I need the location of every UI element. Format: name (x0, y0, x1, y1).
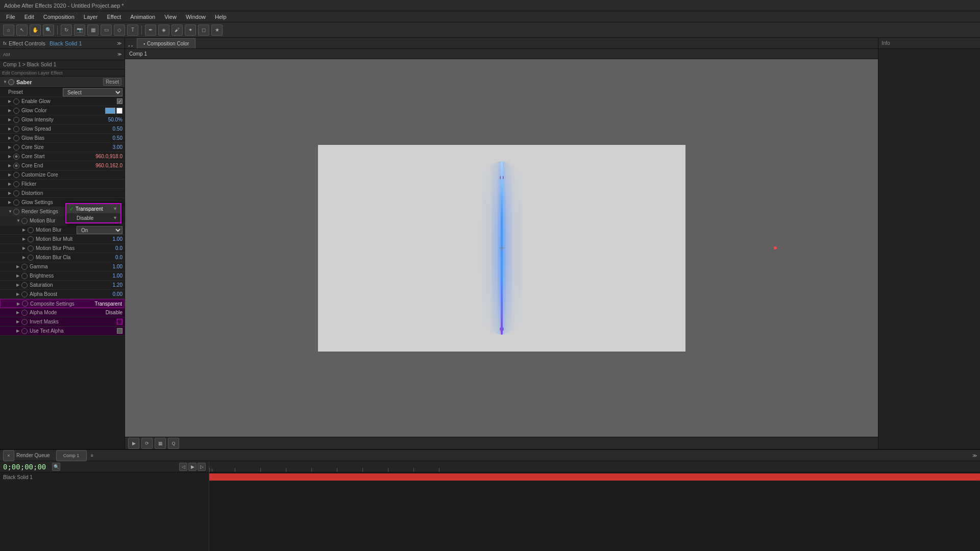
glow-intensity-row[interactable]: ▶ Glow Intensity 50.0% (0, 115, 125, 124)
composite-settings-row[interactable]: ▶ Composite Settings Transparent (0, 299, 125, 308)
gamma-value[interactable]: 1.00 (113, 264, 122, 269)
menu-help[interactable]: Help (211, 13, 231, 21)
timeline-comp-tab[interactable]: Comp 1 (56, 450, 87, 461)
dropdown-option-transparent[interactable]: ✓ Transparent ▼ (66, 204, 120, 213)
motion-blur-mult-row[interactable]: ▶ Motion Blur Mult 1.00 (0, 235, 125, 244)
core-start-value[interactable]: 960.0,918.0 (95, 154, 122, 159)
canvas-btn-1[interactable]: ▶ (128, 438, 139, 449)
toolbar-hand[interactable]: ✋ (30, 24, 41, 36)
triangle-saturation[interactable]: ▶ (16, 283, 20, 287)
core-size-value[interactable]: 3.00 (113, 144, 122, 150)
menu-layer[interactable]: Layer (80, 13, 102, 21)
triangle-alpha-mode[interactable]: ▶ (16, 310, 20, 315)
triangle-render-settings[interactable]: ▼ (8, 209, 12, 214)
triangle-core-start[interactable]: ▶ (8, 154, 12, 159)
timecode-search[interactable]: 🔍 (52, 463, 60, 471)
menu-edit[interactable]: Edit (20, 13, 38, 21)
toolbar-layer[interactable]: ▦ (87, 24, 99, 36)
triangle-distortion[interactable]: ▶ (8, 191, 12, 195)
triangle-glow-spread[interactable]: ▶ (8, 127, 12, 131)
layer-ctrl-2[interactable]: ▶ (188, 463, 197, 471)
alpha-boost-value[interactable]: 0.00 (113, 291, 122, 297)
customize-core-row[interactable]: ▶ Customize Core (0, 170, 125, 180)
reset-button[interactable]: Reset (103, 78, 121, 86)
triangle-motion-blur-clamp[interactable]: ▶ (22, 255, 27, 260)
layer-ctrl-3[interactable]: ▷ (198, 463, 206, 471)
triangle-core-end[interactable]: ▶ (8, 163, 12, 168)
triangle-brightness[interactable]: ▶ (16, 273, 20, 278)
saturation-row[interactable]: ▶ Saturation 1.20 (0, 281, 125, 290)
timeline-close[interactable]: × (3, 450, 14, 461)
alpha-boost-row[interactable]: ▶ Alpha Boost 0.00 (0, 290, 125, 299)
toolbar-shape[interactable]: ◇ (114, 24, 125, 36)
saturation-value[interactable]: 1.20 (113, 282, 122, 288)
triangle-composite-settings[interactable]: ▶ (17, 302, 21, 306)
triangle-motion-blur-phase[interactable]: ▶ (22, 246, 27, 251)
core-end-value[interactable]: 960.0,162.0 (95, 163, 122, 168)
motion-blur-phase-row[interactable]: ▶ Motion Blur Phas 0.0 (0, 244, 125, 253)
use-text-alpha-checkbox[interactable] (117, 328, 122, 334)
toolbar-rotate[interactable]: ↻ (61, 24, 72, 36)
toolbar-eraser[interactable]: ◻ (198, 24, 209, 36)
menu-file[interactable]: File (2, 13, 19, 21)
motion-blur-clamp-row[interactable]: ▶ Motion Blur Cla 0.0 (0, 253, 125, 262)
brightness-row[interactable]: ▶ Brightness 1.00 (0, 271, 125, 281)
dropdown-option-disable[interactable]: Disable ▼ (66, 213, 120, 222)
gamma-row[interactable]: ▶ Gamma 1.00 (0, 262, 125, 271)
triangle-alpha-boost[interactable]: ▶ (16, 292, 20, 296)
toolbar-fill[interactable]: ◈ (158, 24, 169, 36)
triangle-motion-blur[interactable]: ▶ (22, 228, 27, 232)
motion-blur-clamp-value[interactable]: 0.0 (115, 255, 122, 260)
enable-glow-row[interactable]: ▶ Enable Glow (0, 97, 125, 106)
toolbar-camera[interactable]: 📷 (74, 24, 85, 36)
use-text-alpha-row[interactable]: ▶ Use Text Alpha (0, 327, 125, 336)
triangle-gamma[interactable]: ▶ (16, 264, 20, 269)
glow-color-white-swatch[interactable] (116, 108, 122, 114)
canvas-btn-2[interactable]: ⟳ (141, 438, 153, 449)
menu-window[interactable]: Window (182, 13, 210, 21)
menu-view[interactable]: View (160, 13, 181, 21)
flicker-row[interactable]: ▶ Flicker (0, 180, 125, 189)
preset-select[interactable]: Select (63, 88, 122, 96)
glow-spread-value[interactable]: 0.50 (113, 126, 122, 132)
triangle-glow-color[interactable]: ▶ (8, 108, 12, 113)
glow-color-swatch[interactable] (105, 108, 115, 114)
toolbar-brush[interactable]: 🖌 (172, 24, 183, 36)
motion-blur-row[interactable]: ▶ Motion Blur On Off (0, 226, 125, 235)
core-end-row[interactable]: ▶ ⊕ Core End 960.0,162.0 (0, 161, 125, 170)
tab-composition-color[interactable]: ▪ Composition Color (137, 38, 195, 48)
toolbar-pen[interactable]: ✒ (145, 24, 156, 36)
toolbar-select[interactable]: ↖ (16, 24, 28, 36)
canvas-btn-3[interactable]: ▦ (155, 438, 166, 449)
glow-spread-row[interactable]: ▶ Glow Spread 0.50 (0, 124, 125, 134)
invert-masks-checkbox[interactable] (117, 319, 122, 324)
toolbar-stamp[interactable]: ✦ (185, 24, 196, 36)
triangle-core-size[interactable]: ▶ (8, 145, 12, 149)
composite-settings-value[interactable]: Transparent (94, 301, 122, 307)
motion-blur-phase-value[interactable]: 0.0 (115, 245, 122, 251)
enable-glow-checkbox[interactable] (117, 98, 122, 104)
triangle-glow-settings[interactable]: ▶ (8, 200, 12, 205)
triangle-saber[interactable]: ▼ (3, 80, 7, 84)
motion-blur-mult-value[interactable]: 1.00 (113, 236, 122, 242)
brightness-value[interactable]: 1.00 (113, 273, 122, 279)
alpha-mode-value[interactable]: Disable (106, 310, 122, 315)
triangle-invert-masks[interactable]: ▶ (16, 319, 20, 324)
triangle-enable-glow[interactable]: ▶ (8, 99, 12, 104)
invert-masks-row[interactable]: ▶ Invert Masks (0, 317, 125, 327)
toolbar-text[interactable]: T (127, 24, 138, 36)
core-size-row[interactable]: ▶ Core Size 3.00 (0, 143, 125, 152)
glow-bias-value[interactable]: 0.50 (113, 135, 122, 141)
triangle-flicker[interactable]: ▶ (8, 182, 12, 186)
menu-effect[interactable]: Effect (103, 13, 125, 21)
glow-color-row[interactable]: ▶ Glow Color (0, 106, 125, 115)
distortion-row[interactable]: ▶ Distortion (0, 189, 125, 198)
triangle-customize-core[interactable]: ▶ (8, 172, 12, 177)
core-start-row[interactable]: ▶ ⊕ Core Start 960.0,918.0 (0, 152, 125, 161)
triangle-glow-intensity[interactable]: ▶ (8, 117, 12, 122)
triangle-motion-blur-section[interactable]: ▼ (16, 218, 20, 223)
toolbar-home[interactable]: ⌂ (3, 24, 14, 36)
glow-bias-row[interactable]: ▶ Glow Bias 0.50 (0, 134, 125, 143)
layer-ctrl-1[interactable]: ◁ (179, 463, 187, 471)
triangle-motion-blur-mult[interactable]: ▶ (22, 237, 27, 241)
